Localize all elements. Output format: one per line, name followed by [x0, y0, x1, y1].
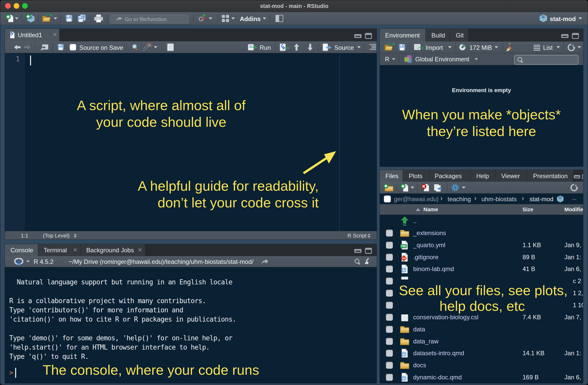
breadcrumb-stat-mod[interactable]: stat-mod: [529, 196, 553, 203]
refresh-environment-icon[interactable]: [567, 44, 575, 51]
breadcrumb-root[interactable]: ger@hawaii.edu): [394, 196, 439, 203]
file-row[interactable]: _quarto.yml1.1 KBJan 9,: [380, 239, 583, 251]
version-control-dropdown-caret[interactable]: [209, 17, 212, 20]
tab-console[interactable]: Console: [5, 244, 38, 256]
project-menu-button[interactable]: stat-mod: [550, 15, 576, 23]
file-row[interactable]: docs: [380, 359, 583, 371]
clear-workspace-broom-icon[interactable]: [506, 43, 514, 52]
minimize-pane-icon[interactable]: [561, 34, 569, 38]
refresh-files-icon[interactable]: [570, 184, 578, 191]
tab-plots[interactable]: Plots: [403, 170, 430, 182]
save-source-icon[interactable]: [57, 44, 64, 51]
file-select-checkbox[interactable]: [386, 265, 393, 272]
file-name[interactable]: docs: [413, 362, 426, 369]
environment-search-input[interactable]: [514, 55, 578, 65]
rerun-icon[interactable]: [280, 43, 290, 51]
file-name[interactable]: _quarto.yml: [413, 242, 445, 249]
workspace-panes-dropdown-caret[interactable]: [231, 17, 235, 20]
tab-packages[interactable]: Packages: [430, 170, 471, 182]
breadcrumb-more[interactable]: ...: [572, 195, 576, 201]
import-dataset-icon[interactable]: [414, 43, 424, 52]
tab-build[interactable]: Build: [426, 29, 450, 42]
file-select-checkbox[interactable]: [386, 350, 393, 357]
tab-help[interactable]: Help: [471, 170, 496, 182]
back-icon[interactable]: [14, 44, 21, 50]
clear-console-icon[interactable]: [364, 258, 372, 265]
file-row[interactable]: ..: [380, 215, 583, 227]
minimize-pane-icon[interactable]: [354, 249, 362, 253]
column-modified[interactable]: Modified: [564, 206, 583, 213]
source-editor[interactable]: 1 A script, where almost all of your cod…: [5, 53, 377, 231]
file-select-checkbox[interactable]: [386, 254, 393, 261]
save-workspace-icon[interactable]: [399, 44, 406, 51]
tab-untitled1[interactable]: R Untitled1 ✕: [5, 29, 60, 41]
tab-terminal-close-icon[interactable]: ✕: [73, 247, 78, 253]
column-name[interactable]: Name: [423, 206, 438, 213]
import-dataset-button[interactable]: Import: [425, 44, 443, 51]
more-file-commands-caret[interactable]: [462, 187, 466, 189]
file-row[interactable]: data_raw: [380, 335, 583, 347]
file-select-checkbox[interactable]: [386, 229, 393, 236]
run-button[interactable]: Run: [260, 44, 271, 51]
file-name[interactable]: _extensions: [413, 229, 446, 237]
file-row[interactable]: binom-lab.qmd41 BJan 6,: [380, 263, 583, 275]
new-file-dropdown-caret[interactable]: [411, 187, 414, 189]
document-outline-icon[interactable]: [368, 44, 376, 51]
file-name[interactable]: ..: [413, 217, 416, 225]
file-row[interactable]: _extensions: [380, 227, 583, 239]
file-select-checkbox[interactable]: [386, 362, 393, 369]
new-file-icon[interactable]: [5, 14, 14, 23]
workspace-panes-icon[interactable]: [222, 15, 229, 22]
scope-dropdown-caret[interactable]: [475, 58, 478, 60]
list-view-dropdown-caret[interactable]: [556, 46, 560, 48]
memory-dropdown-caret[interactable]: [495, 46, 498, 48]
addins-button[interactable]: Addins: [240, 15, 261, 23]
code-tools-dropdown-caret[interactable]: [154, 46, 157, 48]
tab-background-jobs[interactable]: Background Jobs ✕: [81, 244, 145, 256]
print-icon[interactable]: [94, 14, 103, 23]
tab-files[interactable]: Files: [380, 170, 403, 182]
new-file-dropdown-caret[interactable]: [15, 17, 18, 20]
tab-terminal[interactable]: Terminal ✕: [38, 244, 81, 256]
maximize-pane-icon[interactable]: [572, 33, 579, 39]
file-name[interactable]: conservation-biology.csl: [413, 314, 478, 321]
save-icon[interactable]: [65, 14, 73, 22]
environment-body[interactable]: Environment is empty When you make *obje…: [380, 65, 583, 167]
console-search-icon[interactable]: [354, 258, 361, 265]
tab-close-icon[interactable]: ✕: [53, 32, 57, 38]
run-icon[interactable]: [248, 43, 258, 51]
file-name[interactable]: dynamic-doc.qmd: [413, 374, 462, 381]
new-blank-file-icon[interactable]: [400, 184, 409, 192]
new-project-icon[interactable]: [25, 14, 35, 23]
file-row[interactable]: .gitignore89 BJan 1:: [380, 251, 583, 263]
maximize-pane-icon[interactable]: [365, 248, 372, 254]
tab-presentation[interactable]: Presentation: [527, 170, 573, 182]
file-row[interactable]: data: [380, 323, 583, 335]
tab-environment[interactable]: Environment: [380, 29, 426, 42]
maximize-pane-icon[interactable]: [365, 33, 372, 39]
import-dropdown-caret[interactable]: [448, 46, 452, 48]
maximize-pane-icon[interactable]: [582, 174, 583, 179]
file-name[interactable]: data: [413, 326, 425, 333]
find-replace-icon[interactable]: [132, 44, 139, 51]
file-name[interactable]: data_raw: [413, 338, 439, 345]
more-file-commands-gear-icon[interactable]: [451, 184, 459, 192]
goto-directory-icon[interactable]: [261, 258, 269, 265]
minimize-pane-icon[interactable]: [574, 175, 580, 179]
save-all-icon[interactable]: [77, 14, 87, 22]
file-select-checkbox[interactable]: [386, 277, 393, 284]
refresh-dropdown-caret[interactable]: [577, 46, 581, 48]
run-next-icon[interactable]: [307, 44, 313, 51]
file-name[interactable]: datasets-intro.qmd: [413, 350, 464, 357]
source-button[interactable]: Source: [334, 44, 354, 51]
source-go-icon[interactable]: [323, 43, 333, 51]
tab-background-jobs-close-icon[interactable]: ✕: [138, 247, 142, 253]
language-selector[interactable]: R: [385, 56, 389, 63]
tab-git[interactable]: Git: [450, 29, 469, 42]
scope-selector[interactable]: (Top Level): [43, 233, 70, 239]
addins-dropdown-caret[interactable]: [263, 17, 266, 20]
column-size[interactable]: Size: [523, 206, 533, 213]
breadcrumb-uhm-biostats[interactable]: uhm-biostats: [481, 196, 517, 203]
open-file-dropdown-caret[interactable]: [54, 17, 57, 20]
file-select-checkbox[interactable]: [386, 326, 393, 333]
